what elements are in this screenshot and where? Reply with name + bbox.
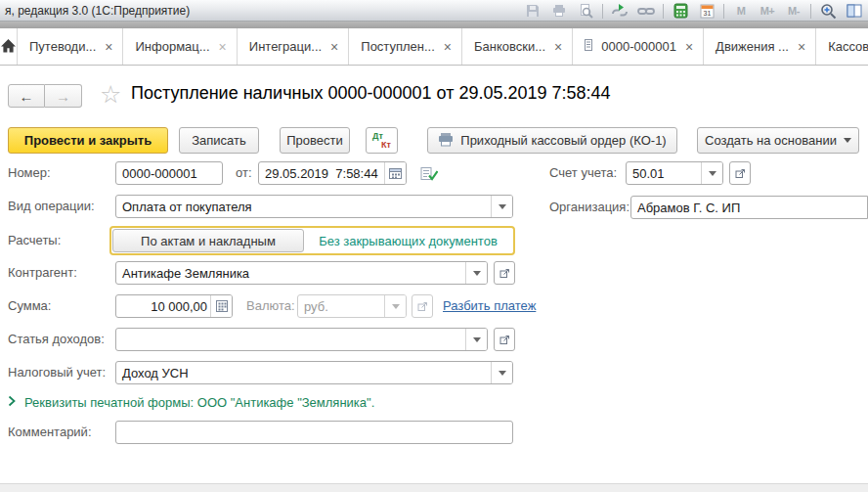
- chevron-right-icon: [8, 395, 16, 410]
- window-border-strip: [0, 22, 868, 28]
- settlements-option-acts[interactable]: По актам и накладным: [112, 229, 304, 252]
- split-payment-link[interactable]: Разбить платеж: [443, 294, 536, 318]
- tab-label: Путеводи...: [29, 39, 96, 54]
- calendar-picker-button[interactable]: [384, 162, 406, 184]
- toolbar-separator: [663, 4, 664, 19]
- memory-plus-icon[interactable]: M+: [758, 2, 777, 20]
- tab-label: Движения ...: [716, 39, 789, 54]
- document-check-icon[interactable]: [420, 165, 438, 185]
- calculator-icon[interactable]: [671, 2, 690, 20]
- history-nav: ← →: [8, 84, 82, 108]
- copy-link-icon[interactable]: [636, 2, 656, 20]
- print-form-details-expander[interactable]: Реквизиты печатной формы: ООО "Антикафе …: [8, 395, 374, 410]
- dt-kt-icon: Дт Кт: [367, 128, 397, 153]
- tax-accounting-input[interactable]: Доход УСН: [115, 361, 513, 384]
- number-label: Номер:: [8, 161, 51, 185]
- tab-document[interactable]: 0000-000001 ×: [573, 28, 704, 65]
- income-item-input[interactable]: [115, 328, 488, 351]
- window-title: я, редакция 3.0 (1С:Предприятие): [0, 4, 190, 18]
- titlebar-toolbar: 31 M M+ M-: [523, 0, 864, 22]
- tab-informatsiya[interactable]: Информац... ×: [123, 28, 237, 65]
- currency-label: Валюта:: [246, 294, 295, 318]
- tax-accounting-dropdown-button[interactable]: [491, 362, 512, 383]
- comment-label: Комментарий:: [8, 421, 92, 444]
- tab-bar: Путеводи... × Информац... × Интеграци...…: [0, 28, 868, 66]
- split-window-icon[interactable]: [845, 2, 864, 20]
- chevron-down-icon: [499, 371, 506, 376]
- save-icon[interactable]: [523, 2, 542, 20]
- tab-integratsiya[interactable]: Интеграци... ×: [238, 28, 350, 65]
- amount-input[interactable]: 10 000,00: [115, 294, 233, 318]
- tab-label: Кассовые ...: [828, 39, 868, 54]
- post-button[interactable]: Провести: [280, 127, 350, 154]
- counterparty-dropdown-button[interactable]: [465, 262, 487, 284]
- counterparty-label: Контрагент:: [8, 261, 77, 285]
- account-input[interactable]: 50.01: [626, 161, 723, 185]
- app-window: я, редакция 3.0 (1С:Предприятие) 31 M M+…: [0, 0, 868, 492]
- tab-home[interactable]: [0, 28, 18, 65]
- calendar-icon[interactable]: 31: [697, 2, 716, 20]
- cash-order-print-button[interactable]: Приходный кассовый ордер (КО-1): [427, 127, 677, 154]
- account-label: Счет учета:: [549, 161, 617, 185]
- add-link-icon[interactable]: [610, 2, 629, 20]
- account-open-button[interactable]: [729, 161, 751, 185]
- account-dropdown-button[interactable]: [701, 162, 722, 184]
- post-and-close-button[interactable]: Провести и закрыть: [8, 127, 168, 154]
- organization-input[interactable]: [630, 196, 868, 219]
- tab-postupleniya[interactable]: Поступлен... ×: [349, 28, 462, 65]
- date-label: от:: [236, 161, 252, 185]
- status-bar: [0, 483, 868, 492]
- tab-label: Интеграци...: [249, 39, 322, 54]
- currency-input: руб.: [297, 294, 407, 318]
- tab-putevoditel[interactable]: Путеводи... ×: [18, 28, 123, 65]
- save-button[interactable]: Записать: [179, 127, 259, 154]
- settlements-toggle: По актам и накладным Без закрывающих док…: [109, 226, 515, 255]
- close-icon[interactable]: ×: [554, 40, 562, 54]
- calculator-button[interactable]: [210, 295, 232, 317]
- currency-open-button: [412, 294, 433, 318]
- operation-type-input[interactable]: Оплата от покупателя: [115, 195, 513, 218]
- operation-type-dropdown-button[interactable]: [491, 196, 512, 217]
- print-preview-icon[interactable]: [576, 2, 595, 20]
- date-input[interactable]: 29.05.2019 7:58:44: [258, 161, 407, 185]
- toolbar-separator: [723, 4, 724, 19]
- tax-accounting-label: Налоговый учет:: [8, 361, 106, 384]
- memory-icon[interactable]: M: [731, 2, 751, 20]
- income-item-open-button[interactable]: [494, 328, 515, 351]
- zoom-icon[interactable]: [818, 2, 838, 20]
- dt-kt-button[interactable]: Дт Кт: [366, 127, 398, 154]
- close-icon[interactable]: ×: [105, 40, 112, 54]
- tab-dvizheniya[interactable]: Движения ... ×: [704, 28, 816, 65]
- currency-dropdown-button: [384, 295, 406, 317]
- title-bar: я, редакция 3.0 (1С:Предприятие) 31 M M+…: [0, 0, 868, 22]
- favorite-star-icon[interactable]: ☆: [100, 80, 121, 109]
- chevron-down-icon: [473, 271, 481, 276]
- svg-text:31: 31: [703, 10, 711, 17]
- income-item-dropdown-button[interactable]: [465, 329, 487, 350]
- comment-input[interactable]: [115, 421, 513, 444]
- home-icon: [0, 38, 17, 56]
- tab-label: Банковски...: [474, 39, 545, 54]
- tab-bankovskie[interactable]: Банковски... ×: [462, 28, 573, 65]
- close-icon[interactable]: ×: [330, 40, 338, 54]
- close-icon[interactable]: ×: [798, 40, 805, 54]
- settlements-option-no-docs[interactable]: Без закрывающих документов: [304, 229, 512, 252]
- memory-minus-icon[interactable]: M-: [784, 2, 803, 20]
- forward-button[interactable]: →: [45, 84, 82, 108]
- chevron-down-icon: [709, 171, 716, 176]
- settlements-label: Расчеты:: [8, 229, 61, 252]
- close-icon[interactable]: ×: [444, 40, 452, 54]
- amount-label: Сумма:: [8, 294, 51, 318]
- close-icon[interactable]: ×: [219, 40, 227, 54]
- number-input[interactable]: [115, 161, 223, 185]
- counterparty-open-button[interactable]: [494, 261, 515, 285]
- create-based-on-button[interactable]: Создать на основании: [697, 127, 859, 154]
- print-icon[interactable]: [549, 2, 569, 20]
- close-icon[interactable]: ×: [685, 40, 693, 54]
- back-button[interactable]: ←: [8, 84, 45, 108]
- chevron-down-icon: [473, 337, 481, 342]
- counterparty-input[interactable]: Антикафе Земляника: [115, 261, 488, 285]
- tab-label: 0000-000001: [601, 39, 676, 54]
- organization-label: Организация:: [549, 196, 629, 219]
- tab-kassovye[interactable]: Кассовые ...: [816, 28, 868, 65]
